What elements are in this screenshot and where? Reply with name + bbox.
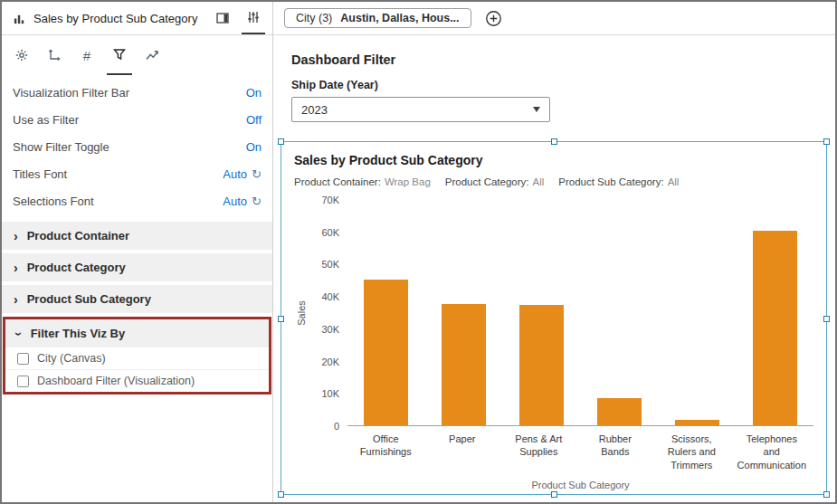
selection-handle-middle-left[interactable] [278,316,284,322]
prop-value-toggle[interactable]: On [246,140,262,154]
panel-layout-icon[interactable] [211,2,234,34]
prop-titles-font: Titles Font Auto ↻ [2,160,272,187]
prop-show-filter-toggle: Show Filter Toggle On [2,133,272,160]
selection-handle-top-left[interactable] [278,138,284,145]
bar-rubber-bands[interactable] [597,398,642,425]
y-tick-label: 70K [321,195,339,205]
tab-analytics trend-icon[interactable] [139,35,165,75]
filter-option-dashboard-filter: Dashboard Filter (Visualization) [5,370,269,392]
tab-general gear-icon[interactable] [9,35,34,75]
checkbox-label: City (Canvas) [37,352,106,365]
selection-handle-middle-right[interactable] [823,316,830,322]
chevron-right-icon: › [14,293,18,306]
city-filter-chip[interactable]: City (3) Austin, Dallas, Hous... [284,8,471,28]
reset-circular-arrow-icon[interactable]: ↻ [252,195,262,207]
viz-properties-title: Sales by Product Sub Category [33,12,204,25]
sidebar-header-buttons [211,2,265,34]
city-canvas-checkbox[interactable] [17,353,29,365]
x-tick-label: Paper [424,433,501,471]
dashboard-filter-block: Dashboard Filter Ship Date (Year) 2023 [291,35,827,122]
tab-axes axis-icon[interactable] [42,35,67,75]
y-tick-label: 40K [321,291,339,302]
section-label: Filter This Viz By [31,327,126,340]
section-label: Product Container [27,229,129,242]
section-product-sub-category[interactable]: › Product Sub Category [2,285,272,313]
bar-paper[interactable] [442,304,486,425]
bar-scissors-rulers-and-trimmers[interactable] [675,420,719,425]
chart-filter-item: Product Container:Wrap Bag [294,176,431,187]
prop-value-toggle[interactable]: Auto [223,195,247,208]
x-tick-label: Office Furnishings [347,433,424,471]
filter-this-viz-highlight: › Filter This Viz By City (Canvas) Dashb… [3,317,271,395]
chart-filter-item: Product Category:All [445,176,544,187]
chevron-down-icon [533,107,540,112]
selection-handle-top-middle[interactable] [551,138,557,145]
sidebar-header: Sales by Product Sub Category [2,2,272,35]
selection-handle-top-right[interactable] [823,138,830,145]
bar-office-furnishings[interactable] [364,280,408,425]
reset-circular-arrow-icon[interactable]: ↻ [252,168,262,180]
bar-slot [736,200,813,425]
year-dropdown[interactable]: 2023 [291,97,550,122]
bar-telephones-and-communication[interactable] [753,231,797,425]
x-tick-label: Rubber Bands [577,433,654,471]
filter-item-label: Product Category: [445,176,529,187]
selection-handle-bottom-left[interactable] [278,491,284,498]
selection-handle-bottom-middle[interactable] [551,491,557,498]
section-label: Product Category [27,261,126,274]
section-product-container[interactable]: › Product Container [2,222,272,250]
properties-list: Visualization Filter Bar On Use as Filte… [2,75,272,222]
selection-handle-bottom-right[interactable] [823,491,830,498]
filter-item-label: Product Sub Category: [558,176,663,187]
year-dropdown-value: 2023 [301,103,328,117]
x-axis-title: Product Sub Category [347,480,813,490]
bar-slot [503,200,581,425]
x-axis-labels: Office FurnishingsPaperPens & Art Suppli… [347,433,813,471]
section-filter-this-viz-by[interactable]: › Filter This Viz By [5,319,269,347]
y-tick-label: 60K [321,227,339,238]
filter-item-value: All [668,176,680,187]
prop-label: Use as Filter [13,113,246,127]
bar-slot [580,200,658,425]
y-axis-ticks: 010K20K30K40K50K60K70K [309,200,339,426]
prop-label: Show Filter Toggle [13,140,246,154]
bar-pens-art-supplies[interactable] [519,305,564,425]
canvas-area: City (3) Austin, Dallas, Hous... Dashboa… [273,2,835,502]
x-tick-label: Telephones and Communication [730,433,813,471]
y-tick-label: 10K [321,388,339,399]
bars [347,200,813,426]
properties-sidebar: Sales by Product Sub Category [2,2,273,502]
prop-value-toggle[interactable]: Off [246,113,262,127]
bar-slot [425,200,503,425]
add-filter-button plus-circle-icon[interactable] [485,10,502,27]
x-tick-label: Pens & Art Supplies [500,433,577,471]
section-product-category[interactable]: Product Category › Product Category [2,253,272,281]
prop-value-toggle[interactable]: Auto [223,167,247,181]
filter-option-city-canvas: City (Canvas) [5,347,269,370]
properties-sliders-icon[interactable] [242,2,265,34]
viz-card-sales-by-product-sub-category[interactable]: Sales by Product Sub Category Product Co… [281,141,827,495]
tab-values hash-icon[interactable]: # [74,35,100,75]
chart-filter-item: Product Sub Category:All [558,176,679,187]
prop-label: Visualization Filter Bar [13,86,246,100]
chart-filters-line: Product Container:Wrap Bag Product Categ… [294,176,813,187]
bar-slot [658,200,736,425]
prop-value-toggle[interactable]: On [246,86,262,100]
y-tick-label: 20K [321,357,339,367]
dashboard-filter-checkbox[interactable] [17,376,29,387]
ship-date-year-label: Ship Date (Year) [291,79,827,91]
app-window: Sales by Product Sub Category [0,0,837,504]
y-axis-title: Sales [294,200,309,426]
bar-slot [347,200,425,425]
checkbox-label: Dashboard Filter (Visualization) [37,375,195,387]
y-tick-label: 30K [321,324,339,335]
canvas-body: Dashboard Filter Ship Date (Year) 2023 S… [273,35,835,502]
bar-chart: Sales 010K20K30K40K50K60K70K Office Furn… [294,200,813,490]
canvas-filter-bar: City (3) Austin, Dallas, Hous... [273,2,835,35]
chart-title: Sales by Product Sub Category [294,153,813,167]
section-label: Product Sub Category [27,292,151,306]
tab-filters filter-funnel-icon[interactable] [107,35,132,75]
dashboard-filter-title: Dashboard Filter [291,52,827,67]
filter-item-label: Product Container: [294,176,381,187]
y-tick-label: 0 [334,421,339,432]
